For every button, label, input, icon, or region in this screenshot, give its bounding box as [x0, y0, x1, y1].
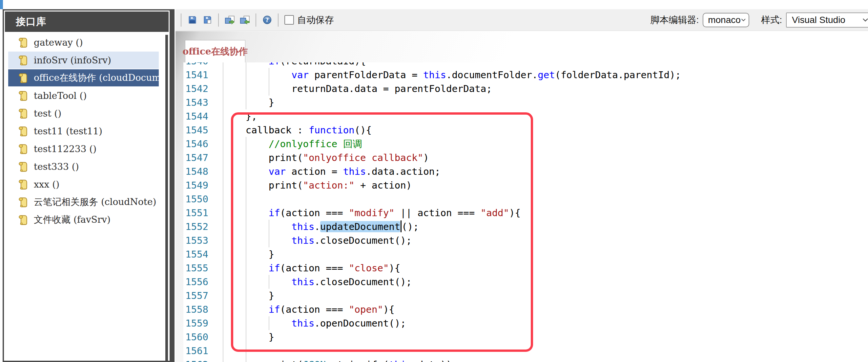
indent-guide — [246, 275, 246, 289]
interface-item[interactable]: test112233 () — [8, 140, 159, 157]
selected-text: updateDocument — [320, 221, 400, 232]
interface-item[interactable]: infoSrv (infoSrv) — [8, 52, 159, 69]
interface-item[interactable]: test333 () — [8, 158, 159, 175]
tab-office-online[interactable]: office在线协作 — [185, 40, 245, 62]
indent-guide — [223, 178, 223, 192]
code-text: print("onlyoffice callback") — [223, 151, 868, 165]
code-line-1543[interactable]: 1543 } — [183, 95, 868, 109]
interface-item-label: gateway () — [34, 37, 83, 48]
code-text: } — [223, 95, 868, 109]
code-line-1560[interactable]: 1560 } — [183, 330, 868, 344]
code-text: this.closeDocument(); — [223, 275, 868, 289]
code-line-1559[interactable]: 1559 this.openDocument(); — [183, 316, 868, 330]
code-line-1544[interactable]: 1544 }, — [183, 109, 868, 123]
interface-item-label: test333 () — [34, 161, 79, 172]
script-editor-select[interactable]: monaco — [703, 13, 749, 27]
indent-guide — [223, 206, 223, 220]
interface-item[interactable]: 云笔记相关服务 (cloudNote) — [8, 194, 159, 211]
code-text: var action = this.data.action; — [223, 165, 868, 178]
script-icon — [18, 161, 29, 172]
interface-item[interactable]: tableTool () — [8, 87, 159, 104]
line-number: 1555 — [183, 261, 223, 275]
interface-item[interactable]: test () — [8, 105, 159, 122]
indent-guide — [223, 123, 223, 137]
code-line-1558[interactable]: 1558 if(action === "open"){ — [183, 303, 868, 316]
code-line-1556[interactable]: 1556 this.closeDocument(); — [183, 275, 868, 289]
code-line-1550[interactable]: 1550 — [183, 192, 868, 206]
indent-guide — [223, 192, 223, 206]
code-text — [223, 192, 868, 206]
code-editor[interactable]: 1540 if(returnDataId){1541 var parentFol… — [183, 62, 868, 362]
indent-guide — [223, 330, 223, 344]
interface-item[interactable]: 文件收藏 (favSrv) — [8, 211, 159, 228]
interface-item-label: office在线协作 (cloudDocumentSr — [34, 72, 159, 84]
code-line-1553[interactable]: 1553 this.closeDocument(); — [183, 233, 868, 247]
interface-item-label: tableTool () — [34, 90, 87, 101]
line-number: 1541 — [183, 68, 223, 82]
help-button[interactable]: ? — [261, 14, 273, 26]
indent-guide — [223, 137, 223, 151]
style-select[interactable]: Visual Studio — [786, 12, 868, 28]
line-number: 1548 — [183, 165, 223, 178]
line-number: 1545 — [183, 123, 223, 137]
code-line-1541[interactable]: 1541 var parentFolderData = this.documen… — [183, 68, 868, 82]
code-line-1548[interactable]: 1548 var action = this.data.action; — [183, 165, 868, 178]
line-number: 1553 — [183, 233, 223, 247]
line-number: 1549 — [183, 178, 223, 192]
code-line-1562[interactable]: 1562 print(JSON.stringify(this.data)) — [183, 358, 868, 362]
code-text: callback : function(){ — [223, 123, 868, 137]
code-line-1546[interactable]: 1546 //onlyoffice 回调 — [183, 137, 868, 151]
indent-guide — [223, 303, 223, 316]
code-line-1542[interactable]: 1542 returnData.data = parentFolderData; — [183, 82, 868, 95]
script-icon — [18, 90, 29, 101]
chevron-down-icon — [862, 18, 868, 22]
code-line-1555[interactable]: 1555 if(action === "close"){ — [183, 261, 868, 275]
code-line-1549[interactable]: 1549 print("action:" + action) — [183, 178, 868, 192]
code-line-1540[interactable]: 1540 if(returnDataId){ — [183, 62, 868, 68]
indent-guide — [223, 68, 223, 82]
code-line-1547[interactable]: 1547 print("onlyoffice callback") — [183, 151, 868, 165]
sidebar-scrollbar[interactable] — [165, 35, 168, 361]
import-button[interactable] — [239, 14, 251, 26]
script-editor-value: monaco — [708, 15, 741, 25]
toolbar-separator — [278, 13, 279, 27]
indent-guide — [246, 358, 246, 362]
indent-guide — [223, 62, 223, 68]
autosave-checkbox[interactable] — [284, 15, 294, 25]
toolbar-separator — [181, 13, 181, 27]
sidebar-title: 接口库 — [5, 11, 168, 32]
indent-guide — [269, 233, 269, 247]
interface-item[interactable]: gateway () — [8, 34, 159, 51]
code-line-1554[interactable]: 1554 } — [183, 247, 868, 261]
indent-guide — [246, 261, 246, 275]
save-icon — [188, 16, 197, 24]
indent-guide — [246, 151, 246, 165]
interface-item-label: 文件收藏 (favSrv) — [34, 214, 111, 226]
interface-item-label: test112233 () — [34, 144, 96, 155]
code-line-1561[interactable]: 1561 — [183, 344, 868, 358]
code-text: if(action === "open"){ — [223, 303, 868, 316]
interface-item[interactable]: xxx () — [8, 176, 159, 193]
indent-guide — [223, 95, 223, 109]
interface-item-label: xxx () — [34, 179, 59, 190]
code-line-1545[interactable]: 1545 callback : function(){ — [183, 123, 868, 137]
save-as-icon — [203, 16, 212, 24]
line-number: 1559 — [183, 316, 223, 330]
line-number: 1560 — [183, 330, 223, 344]
line-number: 1558 — [183, 303, 223, 316]
chevron-down-icon — [741, 18, 746, 22]
code-text: } — [223, 247, 868, 261]
line-number: 1546 — [183, 137, 223, 151]
save-as-button[interactable] — [202, 14, 213, 26]
code-text: }, — [223, 109, 868, 123]
code-line-1552[interactable]: 1552 this.updateDocument(); — [183, 220, 868, 233]
code-text: } — [223, 289, 868, 303]
interface-item[interactable]: test11 (test11) — [8, 122, 159, 140]
export-button[interactable] — [224, 14, 236, 26]
save-button[interactable] — [186, 14, 198, 26]
code-line-1557[interactable]: 1557 } — [183, 289, 868, 303]
code-text: var parentFolderData = this.documentFold… — [223, 68, 868, 82]
interface-item[interactable]: office在线协作 (cloudDocumentSr — [8, 69, 159, 86]
code-line-1551[interactable]: 1551 if(action === "modify" || action ==… — [183, 206, 868, 220]
style-select-value: Visual Studio — [792, 15, 845, 25]
